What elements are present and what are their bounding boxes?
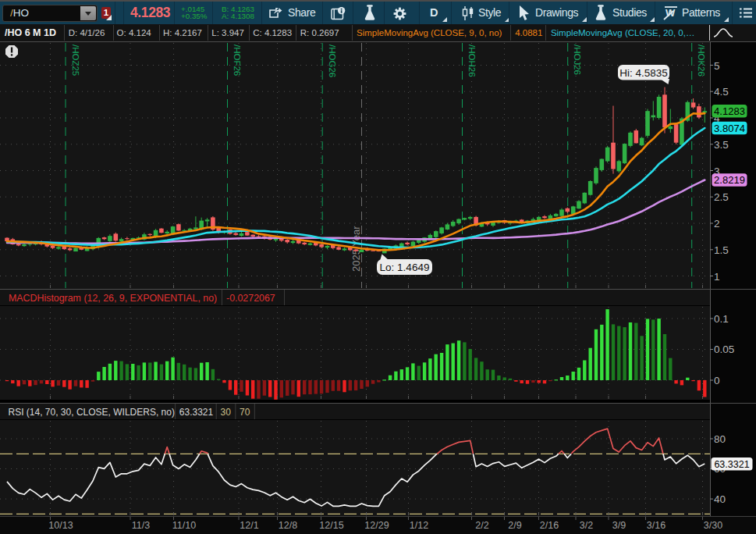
svg-text:3/2: 3/2 <box>580 520 593 531</box>
svg-text:12/29: 12/29 <box>364 520 389 531</box>
svg-text:-0.0272067: -0.0272067 <box>226 293 275 304</box>
svg-text:12/15: 12/15 <box>319 520 343 531</box>
svg-text:/HOH26: /HOH26 <box>467 44 477 77</box>
svg-text:4.5: 4.5 <box>714 86 729 98</box>
svg-text:2.8219: 2.8219 <box>714 174 745 186</box>
svg-text:80: 80 <box>714 433 726 445</box>
svg-text:1/12: 1/12 <box>410 520 428 531</box>
svg-text:3.8074: 3.8074 <box>714 123 745 134</box>
svg-text:/HOK26: /HOK26 <box>697 44 706 77</box>
svg-text:/HOG26: /HOG26 <box>328 44 337 77</box>
svg-text:1: 1 <box>714 271 720 283</box>
svg-text:10/13: 10/13 <box>48 520 73 531</box>
svg-text:3/9: 3/9 <box>612 520 626 531</box>
svg-text:0: 0 <box>714 375 720 386</box>
svg-text:12/1: 12/1 <box>240 520 258 531</box>
svg-text:63.3321: 63.3321 <box>179 407 214 418</box>
svg-text:/HOZ25: /HOZ25 <box>71 44 80 76</box>
svg-text:4.1283: 4.1283 <box>714 105 745 117</box>
svg-text:RSI (14, 70, 30, CLOSE, WILDER: RSI (14, 70, 30, CLOSE, WILDERS, no) <box>9 407 175 418</box>
svg-text:12/8: 12/8 <box>279 520 297 531</box>
svg-text:0.1: 0.1 <box>714 313 729 325</box>
svg-text:30: 30 <box>221 407 232 418</box>
svg-text:5: 5 <box>714 60 720 72</box>
svg-text:/HOF26: /HOF26 <box>232 44 242 76</box>
svg-text:3/30: 3/30 <box>704 520 722 531</box>
svg-text:0.05: 0.05 <box>714 344 734 355</box>
svg-text:11/10: 11/10 <box>172 520 196 531</box>
svg-text:11/3: 11/3 <box>132 520 150 531</box>
svg-text:Lo: 1.4649: Lo: 1.4649 <box>380 262 430 273</box>
svg-text:Hi: 4.5835: Hi: 4.5835 <box>619 67 668 79</box>
svg-text:2/9: 2/9 <box>508 520 521 531</box>
svg-text:1.5: 1.5 <box>714 244 729 256</box>
svg-text:/HOJ26: /HOJ26 <box>573 44 582 75</box>
svg-text:2.5: 2.5 <box>714 191 729 203</box>
svg-text:63.3321: 63.3321 <box>714 459 749 470</box>
svg-text:MACDHistogram (12, 26, 9, EXPO: MACDHistogram (12, 26, 9, EXPONENTIAL, n… <box>9 293 217 304</box>
svg-text:2/16: 2/16 <box>540 520 559 531</box>
svg-text:40: 40 <box>714 493 726 505</box>
svg-text:3.5: 3.5 <box>714 139 729 151</box>
svg-text:2: 2 <box>714 218 720 230</box>
svg-text:70: 70 <box>240 407 250 418</box>
svg-text:2/2: 2/2 <box>475 520 488 531</box>
svg-text:3/16: 3/16 <box>647 520 665 531</box>
